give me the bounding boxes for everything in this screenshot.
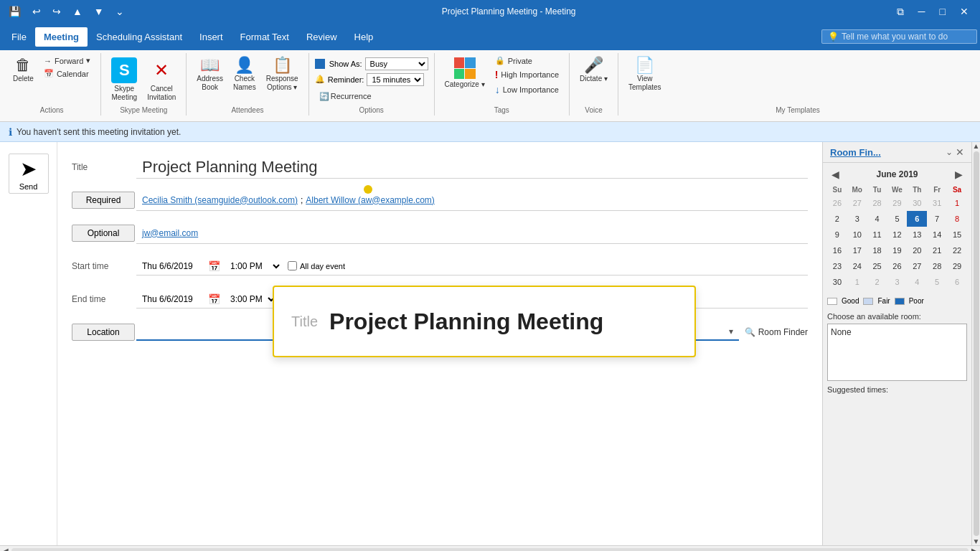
calendar-day-4-4[interactable]: 27 bbox=[907, 258, 927, 274]
start-cal-button[interactable]: 📅 bbox=[207, 259, 222, 273]
calendar-day-1-1[interactable]: 3 bbox=[847, 211, 867, 227]
skype-meeting-button[interactable]: S SkypeMeeting bbox=[107, 55, 141, 105]
location-dropdown-button[interactable]: ▾ bbox=[726, 325, 736, 338]
calendar-day-1-4[interactable]: 6 bbox=[907, 211, 927, 227]
calendar-day-0-0[interactable]: 26 bbox=[827, 195, 847, 211]
check-names-button[interactable]: 👤 CheckNames bbox=[229, 55, 260, 95]
allday-checkbox[interactable] bbox=[288, 261, 297, 270]
calendar-day-1-3[interactable]: 5 bbox=[887, 211, 908, 227]
start-time-select[interactable]: 1:00 PM 12:00 PM 2:00 PM bbox=[225, 259, 282, 273]
start-date-input[interactable] bbox=[139, 260, 204, 273]
calendar-day-5-3[interactable]: 3 bbox=[887, 274, 908, 290]
room-finder-expand-button[interactable]: ⌄ bbox=[946, 146, 953, 158]
scroll-right-button[interactable]: ▶ bbox=[971, 547, 977, 551]
calendar-day-2-2[interactable]: 11 bbox=[867, 227, 887, 242]
calendar-day-4-1[interactable]: 24 bbox=[847, 258, 867, 274]
scroll-up-button[interactable]: ▲ bbox=[973, 142, 980, 150]
down-icon[interactable]: ▼ bbox=[91, 4, 107, 19]
up-icon[interactable]: ▲ bbox=[70, 4, 85, 19]
close-button[interactable]: ✕ bbox=[954, 4, 974, 19]
calendar-day-4-0[interactable]: 23 bbox=[827, 258, 847, 274]
attendee-chip-optional[interactable]: jw@email.com bbox=[142, 228, 198, 238]
calendar-day-5-0[interactable]: 30 bbox=[827, 274, 847, 290]
optional-attendees-area[interactable]: jw@email.com bbox=[136, 222, 808, 244]
high-importance-button[interactable]: ! High Importance bbox=[491, 67, 563, 82]
scroll-track[interactable] bbox=[11, 548, 969, 552]
menu-meeting[interactable]: Meeting bbox=[35, 27, 88, 47]
calendar-day-3-5[interactable]: 21 bbox=[927, 242, 947, 258]
private-button[interactable]: 🔒 Private bbox=[491, 55, 563, 67]
calendar-day-1-2[interactable]: 4 bbox=[867, 211, 887, 227]
room-finder-close-button[interactable]: ✕ bbox=[956, 146, 964, 158]
scroll-down-button[interactable]: ▼ bbox=[973, 537, 980, 545]
recurrence-button[interactable]: 🔄 Recurrence bbox=[315, 90, 376, 103]
calendar-day-5-2[interactable]: 2 bbox=[867, 274, 887, 290]
calendar-day-0-1[interactable]: 27 bbox=[847, 195, 867, 211]
calendar-day-1-5[interactable]: 7 bbox=[927, 211, 947, 227]
maximize-button[interactable]: □ bbox=[934, 4, 951, 19]
calendar-day-3-4[interactable]: 20 bbox=[907, 242, 927, 258]
calendar-day-5-4[interactable]: 4 bbox=[907, 274, 927, 290]
calendar-day-0-2[interactable]: 28 bbox=[867, 195, 887, 211]
calendar-day-0-3[interactable]: 29 bbox=[887, 195, 908, 211]
room-finder-scrollbar[interactable]: ▲ ▼ bbox=[971, 142, 980, 545]
attendee-chip-albert[interactable]: Albert Willow (aw@example.com) bbox=[306, 195, 435, 205]
send-button[interactable]: ➤ Send bbox=[9, 154, 49, 194]
calendar-day-2-5[interactable]: 14 bbox=[927, 227, 947, 242]
response-options-button[interactable]: 📋 ResponseOptions ▾ bbox=[262, 55, 303, 95]
show-as-select[interactable]: Busy Free Out of Office Tentative bbox=[365, 57, 428, 70]
calendar-day-4-6[interactable]: 29 bbox=[947, 258, 967, 274]
menu-insert[interactable]: Insert bbox=[191, 27, 232, 47]
required-button[interactable]: Required bbox=[72, 192, 135, 209]
delete-button[interactable]: 🗑 Delete bbox=[9, 55, 38, 86]
menu-scheduling[interactable]: Scheduling Assistant bbox=[88, 27, 191, 47]
scroll-left-button[interactable]: ◀ bbox=[3, 547, 9, 551]
calendar-day-0-4[interactable]: 30 bbox=[907, 195, 927, 211]
end-cal-button[interactable]: 📅 bbox=[207, 292, 222, 306]
menu-format-text[interactable]: Format Text bbox=[232, 27, 298, 47]
calendar-button[interactable]: 📅 Calendar bbox=[39, 67, 95, 80]
calendar-day-0-6[interactable]: 1 bbox=[947, 195, 967, 211]
more-qa-icon[interactable]: ⌄ bbox=[113, 4, 127, 19]
redo-icon[interactable]: ↪ bbox=[50, 4, 64, 19]
reminder-select[interactable]: 15 minutes 5 minutes 30 minutes 1 hour bbox=[367, 73, 424, 86]
calendar-day-5-1[interactable]: 1 bbox=[847, 274, 867, 290]
calendar-day-3-2[interactable]: 18 bbox=[867, 242, 887, 258]
view-templates-button[interactable]: 📄 ViewTemplates bbox=[624, 55, 666, 95]
undo-icon[interactable]: ↩ bbox=[29, 4, 44, 19]
search-input[interactable] bbox=[842, 32, 971, 42]
cancel-invitation-button[interactable]: ✕ CancelInvitation bbox=[143, 55, 180, 105]
calendar-day-3-6[interactable]: 22 bbox=[947, 242, 967, 258]
title-input[interactable] bbox=[136, 156, 808, 179]
calendar-day-3-0[interactable]: 16 bbox=[827, 242, 847, 258]
search-bar[interactable]: 💡 bbox=[821, 29, 977, 44]
end-time-select[interactable]: 3:00 PM 2:00 PM 4:00 PM bbox=[225, 292, 277, 306]
calendar-day-5-5[interactable]: 5 bbox=[927, 274, 947, 290]
calendar-day-3-3[interactable]: 19 bbox=[887, 242, 908, 258]
calendar-day-5-6[interactable]: 6 bbox=[947, 274, 967, 290]
calendar-day-1-6[interactable]: 8 bbox=[947, 211, 967, 227]
room-list[interactable]: None bbox=[827, 324, 967, 381]
calendar-day-2-6[interactable]: 15 bbox=[947, 227, 967, 242]
calendar-day-2-4[interactable]: 13 bbox=[907, 227, 927, 242]
calendar-day-0-5[interactable]: 31 bbox=[927, 195, 947, 211]
optional-button[interactable]: Optional bbox=[72, 225, 135, 242]
calendar-day-2-1[interactable]: 10 bbox=[847, 227, 867, 242]
dictate-button[interactable]: 🎤 Dictate ▾ bbox=[575, 55, 612, 86]
forward-button[interactable]: → Forward ▾ bbox=[39, 55, 95, 67]
restore-button[interactable]: ⧉ bbox=[891, 4, 910, 19]
calendar-day-4-2[interactable]: 25 bbox=[867, 258, 887, 274]
required-attendees-area[interactable]: Cecilia Smith (seamguide@outlook.com) ; … bbox=[136, 189, 808, 211]
cal-next-button[interactable]: ▶ bbox=[951, 167, 967, 182]
room-finder-title[interactable]: Room Fin... bbox=[830, 147, 881, 158]
calendar-day-3-1[interactable]: 17 bbox=[847, 242, 867, 258]
calendar-day-1-0[interactable]: 2 bbox=[827, 211, 847, 227]
minimize-button[interactable]: ─ bbox=[913, 4, 931, 19]
calendar-day-4-3[interactable]: 26 bbox=[887, 258, 908, 274]
categorize-button[interactable]: Categorize ▾ bbox=[440, 55, 489, 92]
save-icon[interactable]: 💾 bbox=[6, 4, 24, 19]
menu-review[interactable]: Review bbox=[298, 27, 346, 47]
calendar-day-4-5[interactable]: 28 bbox=[927, 258, 947, 274]
calendar-day-2-3[interactable]: 12 bbox=[887, 227, 908, 242]
calendar-day-2-0[interactable]: 9 bbox=[827, 227, 847, 242]
